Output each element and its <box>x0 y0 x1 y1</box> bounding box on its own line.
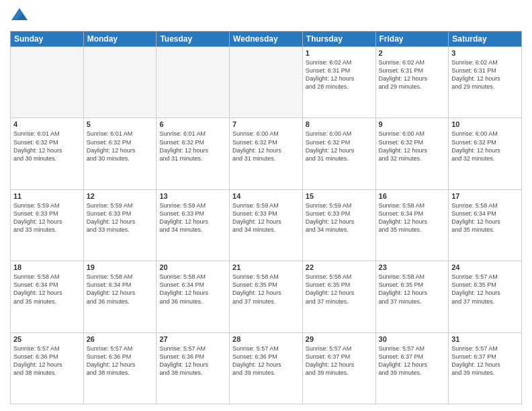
day-number: 17 <box>451 192 519 200</box>
cell-info: Sunrise: 6:02 AM Sunset: 6:31 PM Dayligh… <box>451 58 519 91</box>
day-number: 9 <box>379 120 446 128</box>
calendar-header-thursday: Thursday <box>302 32 375 47</box>
day-number: 20 <box>159 263 226 271</box>
day-number: 22 <box>306 263 373 271</box>
header <box>10 7 522 26</box>
cell-info: Sunrise: 6:00 AM Sunset: 6:32 PM Dayligh… <box>306 130 373 163</box>
calendar-cell: 28Sunrise: 5:57 AM Sunset: 6:36 PM Dayli… <box>230 332 303 404</box>
calendar-header-wednesday: Wednesday <box>230 32 303 47</box>
day-number: 24 <box>451 263 519 271</box>
calendar-row-4: 25Sunrise: 5:57 AM Sunset: 6:36 PM Dayli… <box>11 332 522 404</box>
day-number: 4 <box>13 120 81 128</box>
calendar-cell: 29Sunrise: 5:57 AM Sunset: 6:37 PM Dayli… <box>302 332 375 404</box>
cell-info: Sunrise: 5:58 AM Sunset: 6:34 PM Dayligh… <box>379 201 446 234</box>
calendar-table: SundayMondayTuesdayWednesdayThursdayFrid… <box>10 31 522 404</box>
calendar-cell: 10Sunrise: 6:00 AM Sunset: 6:32 PM Dayli… <box>449 118 522 189</box>
calendar-cell: 18Sunrise: 5:58 AM Sunset: 6:34 PM Dayli… <box>11 261 84 332</box>
day-number: 29 <box>306 335 373 343</box>
calendar-header-row: SundayMondayTuesdayWednesdayThursdayFrid… <box>11 32 522 47</box>
calendar-cell: 31Sunrise: 5:57 AM Sunset: 6:37 PM Dayli… <box>449 332 522 404</box>
day-number: 19 <box>87 263 154 271</box>
cell-info: Sunrise: 5:57 AM Sunset: 6:37 PM Dayligh… <box>379 345 446 377</box>
day-number: 26 <box>87 335 154 343</box>
calendar-cell: 25Sunrise: 5:57 AM Sunset: 6:36 PM Dayli… <box>11 332 84 404</box>
calendar-cell: 13Sunrise: 5:59 AM Sunset: 6:33 PM Dayli… <box>157 189 230 261</box>
day-number: 12 <box>87 192 154 200</box>
logo-icon <box>10 7 29 26</box>
cell-info: Sunrise: 5:57 AM Sunset: 6:35 PM Dayligh… <box>451 273 519 306</box>
calendar-cell: 9Sunrise: 6:00 AM Sunset: 6:32 PM Daylig… <box>375 118 449 189</box>
calendar-cell: 3Sunrise: 6:02 AM Sunset: 6:31 PM Daylig… <box>449 47 522 118</box>
cell-info: Sunrise: 5:57 AM Sunset: 6:36 PM Dayligh… <box>232 345 300 377</box>
calendar-header-tuesday: Tuesday <box>157 32 230 47</box>
cell-info: Sunrise: 6:02 AM Sunset: 6:31 PM Dayligh… <box>379 58 446 91</box>
calendar-cell: 6Sunrise: 6:01 AM Sunset: 6:32 PM Daylig… <box>157 118 230 189</box>
cell-info: Sunrise: 5:57 AM Sunset: 6:36 PM Dayligh… <box>13 345 81 377</box>
calendar-cell: 7Sunrise: 6:00 AM Sunset: 6:32 PM Daylig… <box>230 118 303 189</box>
calendar-header-sunday: Sunday <box>11 32 84 47</box>
calendar-cell: 5Sunrise: 6:01 AM Sunset: 6:32 PM Daylig… <box>83 118 157 189</box>
calendar-cell <box>83 47 157 118</box>
cell-info: Sunrise: 5:58 AM Sunset: 6:35 PM Dayligh… <box>379 273 446 306</box>
day-number: 25 <box>13 335 81 343</box>
calendar-cell <box>157 47 230 118</box>
cell-info: Sunrise: 6:02 AM Sunset: 6:31 PM Dayligh… <box>306 58 373 91</box>
day-number: 31 <box>451 335 519 343</box>
calendar-header-monday: Monday <box>83 32 157 47</box>
day-number: 11 <box>13 192 81 200</box>
day-number: 16 <box>379 192 446 200</box>
logo <box>10 7 33 26</box>
calendar-row-2: 11Sunrise: 5:59 AM Sunset: 6:33 PM Dayli… <box>11 189 522 261</box>
cell-info: Sunrise: 6:01 AM Sunset: 6:32 PM Dayligh… <box>13 130 81 163</box>
calendar-cell: 11Sunrise: 5:59 AM Sunset: 6:33 PM Dayli… <box>11 189 84 261</box>
calendar-cell: 16Sunrise: 5:58 AM Sunset: 6:34 PM Dayli… <box>375 189 449 261</box>
day-number: 30 <box>379 335 446 343</box>
cell-info: Sunrise: 5:57 AM Sunset: 6:37 PM Dayligh… <box>451 345 519 377</box>
calendar-row-1: 4Sunrise: 6:01 AM Sunset: 6:32 PM Daylig… <box>11 118 522 189</box>
day-number: 28 <box>232 335 300 343</box>
calendar-cell <box>11 47 84 118</box>
calendar-row-3: 18Sunrise: 5:58 AM Sunset: 6:34 PM Dayli… <box>11 261 522 332</box>
calendar-cell: 4Sunrise: 6:01 AM Sunset: 6:32 PM Daylig… <box>11 118 84 189</box>
day-number: 13 <box>159 192 226 200</box>
day-number: 3 <box>451 49 519 57</box>
calendar-cell: 8Sunrise: 6:00 AM Sunset: 6:32 PM Daylig… <box>302 118 375 189</box>
cell-info: Sunrise: 5:57 AM Sunset: 6:36 PM Dayligh… <box>87 345 154 377</box>
cell-info: Sunrise: 5:58 AM Sunset: 6:34 PM Dayligh… <box>159 273 226 306</box>
cell-info: Sunrise: 5:58 AM Sunset: 6:34 PM Dayligh… <box>13 273 81 306</box>
cell-info: Sunrise: 5:57 AM Sunset: 6:37 PM Dayligh… <box>306 345 373 377</box>
cell-info: Sunrise: 5:58 AM Sunset: 6:35 PM Dayligh… <box>232 273 300 306</box>
cell-info: Sunrise: 5:57 AM Sunset: 6:36 PM Dayligh… <box>159 345 226 377</box>
calendar-cell: 14Sunrise: 5:59 AM Sunset: 6:33 PM Dayli… <box>230 189 303 261</box>
day-number: 18 <box>13 263 81 271</box>
cell-info: Sunrise: 5:59 AM Sunset: 6:33 PM Dayligh… <box>306 201 373 234</box>
calendar-cell: 2Sunrise: 6:02 AM Sunset: 6:31 PM Daylig… <box>375 47 449 118</box>
calendar-cell: 27Sunrise: 5:57 AM Sunset: 6:36 PM Dayli… <box>157 332 230 404</box>
cell-info: Sunrise: 6:00 AM Sunset: 6:32 PM Dayligh… <box>379 130 446 163</box>
day-number: 14 <box>232 192 300 200</box>
calendar-cell: 15Sunrise: 5:59 AM Sunset: 6:33 PM Dayli… <box>302 189 375 261</box>
calendar-cell <box>230 47 303 118</box>
calendar-cell: 20Sunrise: 5:58 AM Sunset: 6:34 PM Dayli… <box>157 261 230 332</box>
day-number: 23 <box>379 263 446 271</box>
cell-info: Sunrise: 5:59 AM Sunset: 6:33 PM Dayligh… <box>13 201 81 234</box>
calendar-row-0: 1Sunrise: 6:02 AM Sunset: 6:31 PM Daylig… <box>11 47 522 118</box>
calendar-cell: 30Sunrise: 5:57 AM Sunset: 6:37 PM Dayli… <box>375 332 449 404</box>
calendar-header-friday: Friday <box>375 32 449 47</box>
day-number: 10 <box>451 120 519 128</box>
cell-info: Sunrise: 5:58 AM Sunset: 6:34 PM Dayligh… <box>87 273 154 306</box>
cell-info: Sunrise: 6:00 AM Sunset: 6:32 PM Dayligh… <box>232 130 300 163</box>
calendar-cell: 17Sunrise: 5:58 AM Sunset: 6:34 PM Dayli… <box>449 189 522 261</box>
day-number: 21 <box>232 263 300 271</box>
day-number: 5 <box>87 120 154 128</box>
calendar-cell: 22Sunrise: 5:58 AM Sunset: 6:35 PM Dayli… <box>302 261 375 332</box>
cell-info: Sunrise: 5:59 AM Sunset: 6:33 PM Dayligh… <box>87 201 154 234</box>
calendar-cell: 19Sunrise: 5:58 AM Sunset: 6:34 PM Dayli… <box>83 261 157 332</box>
calendar-header-saturday: Saturday <box>449 32 522 47</box>
cell-info: Sunrise: 5:59 AM Sunset: 6:33 PM Dayligh… <box>159 201 226 234</box>
cell-info: Sunrise: 6:00 AM Sunset: 6:32 PM Dayligh… <box>451 130 519 163</box>
cell-info: Sunrise: 5:59 AM Sunset: 6:33 PM Dayligh… <box>232 201 300 234</box>
cell-info: Sunrise: 6:01 AM Sunset: 6:32 PM Dayligh… <box>87 130 154 163</box>
calendar-cell: 26Sunrise: 5:57 AM Sunset: 6:36 PM Dayli… <box>83 332 157 404</box>
day-number: 27 <box>159 335 226 343</box>
